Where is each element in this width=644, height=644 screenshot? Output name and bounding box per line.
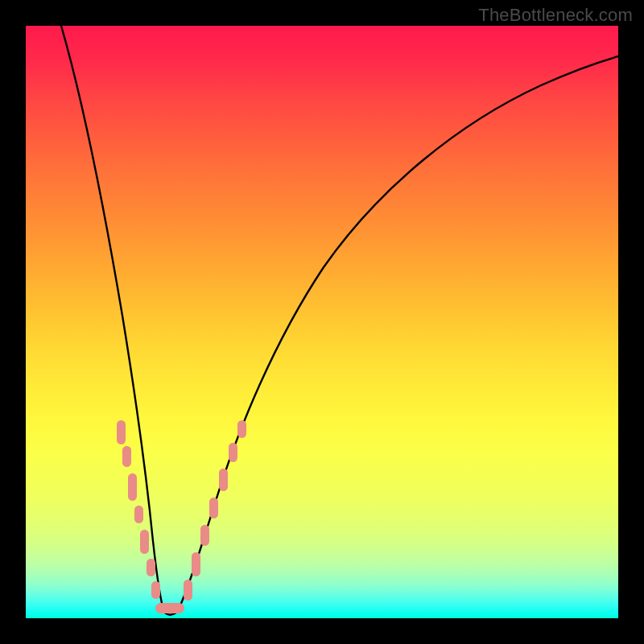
plot-area (26, 26, 618, 618)
svg-rect-2 (128, 473, 137, 501)
svg-rect-8 (184, 580, 192, 601)
svg-rect-9 (192, 552, 200, 576)
svg-rect-3 (134, 506, 143, 523)
svg-rect-0 (117, 420, 126, 444)
marker-group-valley (155, 603, 184, 613)
chart-frame: TheBottleneck.com (0, 0, 644, 644)
svg-rect-11 (209, 497, 218, 518)
svg-rect-14 (237, 420, 246, 438)
svg-rect-4 (140, 530, 149, 554)
svg-rect-7 (155, 603, 184, 613)
bottleneck-curve (61, 26, 618, 615)
svg-rect-6 (151, 581, 160, 599)
watermark-text: TheBottleneck.com (478, 5, 633, 26)
curve-layer (26, 26, 618, 618)
svg-rect-10 (200, 525, 209, 546)
svg-rect-12 (219, 469, 228, 491)
svg-rect-1 (122, 446, 131, 467)
svg-rect-5 (147, 559, 155, 576)
marker-group-left (117, 420, 160, 599)
svg-rect-13 (229, 443, 237, 462)
marker-group-right (184, 420, 246, 601)
